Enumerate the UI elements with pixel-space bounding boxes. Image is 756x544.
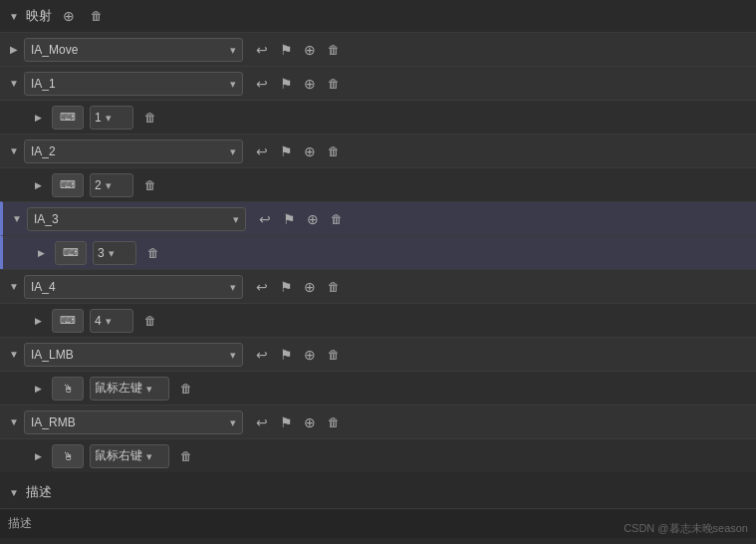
ia-rmb-flag-btn[interactable]: ⚑ xyxy=(275,411,297,433)
ia-1-add-btn[interactable]: ⊕ xyxy=(299,73,321,95)
ia-lmb-actions: ↩ ⚑ ⊕ xyxy=(251,344,345,366)
ia-move-flag-btn[interactable]: ⚑ xyxy=(275,39,297,61)
ia-3-dropdown[interactable]: IA_3 xyxy=(27,207,246,231)
ia-move-del-btn[interactable] xyxy=(323,39,345,61)
ia-3-add-btn[interactable]: ⊕ xyxy=(302,208,324,230)
ia-3-expand[interactable] xyxy=(11,213,23,225)
ia-3-sub-expand[interactable] xyxy=(33,245,49,261)
desc-placeholder: 描述 xyxy=(8,516,32,530)
ia-move-expand[interactable] xyxy=(8,44,20,56)
ia-rmb-key-chevron xyxy=(144,449,152,463)
ia-rmb-dropdown[interactable]: IA_RMB xyxy=(24,410,243,434)
ia-3-actions: ↩ ⚑ ⊕ xyxy=(254,208,348,230)
ia-2-chevron xyxy=(228,144,236,158)
mapping-delete-button[interactable] xyxy=(86,5,108,27)
ia-rmb-key-dropdown[interactable]: 鼠标右键 xyxy=(90,444,169,468)
main-panel: 映射 IA_Move ↩ ⚑ ⊕ IA_1 ↩ ⚑ ⊕ ⌨ xyxy=(0,0,756,544)
ia-2-key-icon[interactable]: ⌨ xyxy=(52,173,84,197)
ia-3-sub-del-btn[interactable] xyxy=(142,242,164,264)
ia-rmb-mouse-icon[interactable]: 🖱 xyxy=(52,444,84,468)
ia-4-num-dropdown[interactable]: 4 xyxy=(90,309,133,333)
ia-2-row: IA_2 ↩ ⚑ ⊕ xyxy=(0,134,756,167)
ia-1-sub-row: ⌨ 1 xyxy=(0,100,756,134)
ia-lmb-row: IA_LMB ↩ ⚑ ⊕ xyxy=(0,337,756,371)
ia-4-chevron xyxy=(228,280,236,294)
ia-3-chevron xyxy=(231,212,239,226)
ia-2-expand[interactable] xyxy=(8,145,20,157)
ia-2-num-chevron xyxy=(104,178,112,192)
section-header-desc: 描述 xyxy=(0,476,756,508)
ia-3-key-icon[interactable]: ⌨ xyxy=(55,241,87,265)
ia-1-row: IA_1 ↩ ⚑ ⊕ xyxy=(0,66,756,100)
ia-lmb-sub-expand[interactable] xyxy=(30,381,46,397)
desc-title: 描述 xyxy=(26,483,52,501)
ia-2-sub-row: ⌨ 2 xyxy=(0,167,756,201)
ia-lmb-mouse-icon[interactable]: 🖱 xyxy=(52,377,84,401)
ia-1-dropdown[interactable]: IA_1 xyxy=(24,72,243,96)
ia-4-dropdown[interactable]: IA_4 xyxy=(24,275,243,299)
ia-4-del-btn[interactable] xyxy=(323,276,345,298)
ia-2-add-btn[interactable]: ⊕ xyxy=(299,140,321,162)
ia-4-expand[interactable] xyxy=(8,281,20,293)
ia-4-sub-del-btn[interactable] xyxy=(139,310,161,332)
desc-expand-arrow[interactable] xyxy=(8,486,20,498)
watermark: CSDN @暮志未晚season xyxy=(624,521,748,536)
ia-move-add-btn[interactable]: ⊕ xyxy=(299,39,321,61)
ia-3-sub-row: ⌨ 3 xyxy=(0,235,756,269)
ia-lmb-chevron xyxy=(228,348,236,362)
ia-1-del-btn[interactable] xyxy=(323,73,345,95)
ia-rmb-sub-row: 🖱 鼠标右键 xyxy=(0,438,756,472)
ia-1-key-icon[interactable]: ⌨ xyxy=(52,106,84,130)
ia-move-dropdown[interactable]: IA_Move xyxy=(24,38,243,62)
ia-lmb-expand[interactable] xyxy=(8,349,20,361)
ia-3-num-dropdown[interactable]: 3 xyxy=(93,241,136,265)
ia-3-row: IA_3 ↩ ⚑ ⊕ xyxy=(0,201,756,235)
ia-lmb-dropdown[interactable]: IA_LMB xyxy=(24,343,243,367)
ia-4-actions: ↩ ⚑ ⊕ xyxy=(251,276,345,298)
ia-4-key-icon[interactable]: ⌨ xyxy=(52,309,84,333)
ia-2-dropdown[interactable]: IA_2 xyxy=(24,139,243,163)
ia-rmb-expand[interactable] xyxy=(8,416,20,428)
ia-lmb-del-btn[interactable] xyxy=(323,344,345,366)
ia-2-sub-del-btn[interactable] xyxy=(139,174,161,196)
ia-4-add-btn[interactable]: ⊕ xyxy=(299,276,321,298)
ia-lmb-sub-del-btn[interactable] xyxy=(175,378,197,400)
ia-1-num-dropdown[interactable]: 1 xyxy=(90,106,133,130)
ia-rmb-chevron xyxy=(228,415,236,429)
ia-1-num-chevron xyxy=(104,111,112,125)
ia-3-back-btn[interactable]: ↩ xyxy=(254,208,276,230)
ia-rmb-add-btn[interactable]: ⊕ xyxy=(299,411,321,433)
mapping-title: 映射 xyxy=(26,7,52,25)
ia-4-sub-expand[interactable] xyxy=(30,313,46,329)
ia-4-flag-btn[interactable]: ⚑ xyxy=(275,276,297,298)
ia-lmb-flag-btn[interactable]: ⚑ xyxy=(275,344,297,366)
ia-lmb-key-dropdown[interactable]: 鼠标左键 xyxy=(90,377,169,401)
ia-2-num-dropdown[interactable]: 2 xyxy=(90,173,133,197)
ia-2-del-btn[interactable] xyxy=(323,140,345,162)
ia-4-row: IA_4 ↩ ⚑ ⊕ xyxy=(0,269,756,303)
ia-3-del-btn[interactable] xyxy=(326,208,348,230)
ia-2-sub-expand[interactable] xyxy=(30,177,46,193)
ia-3-num-chevron xyxy=(107,246,115,260)
mapping-add-button[interactable] xyxy=(58,5,80,27)
ia-3-flag-btn[interactable]: ⚑ xyxy=(278,208,300,230)
ia-1-flag-btn[interactable]: ⚑ xyxy=(275,73,297,95)
ia-lmb-add-btn[interactable]: ⊕ xyxy=(299,344,321,366)
ia-2-back-btn[interactable]: ↩ xyxy=(251,140,273,162)
ia-rmb-sub-del-btn[interactable] xyxy=(175,445,197,467)
ia-move-back-btn[interactable]: ↩ xyxy=(251,39,273,61)
ia-rmb-sub-expand[interactable] xyxy=(30,448,46,464)
ia-move-chevron xyxy=(228,43,236,57)
ia-1-sub-del-btn[interactable] xyxy=(139,107,161,129)
ia-4-back-btn[interactable]: ↩ xyxy=(251,276,273,298)
ia-1-sub-expand[interactable] xyxy=(30,110,46,126)
ia-lmb-back-btn[interactable]: ↩ xyxy=(251,344,273,366)
ia-1-expand[interactable] xyxy=(8,78,20,90)
ia-rmb-back-btn[interactable]: ↩ xyxy=(251,411,273,433)
ia-2-flag-btn[interactable]: ⚑ xyxy=(275,140,297,162)
ia-4-sub-row: ⌨ 4 xyxy=(0,303,756,337)
ia-lmb-key-chevron xyxy=(144,382,152,396)
ia-1-back-btn[interactable]: ↩ xyxy=(251,73,273,95)
ia-rmb-del-btn[interactable] xyxy=(323,411,345,433)
mapping-expand-arrow[interactable] xyxy=(8,10,20,22)
